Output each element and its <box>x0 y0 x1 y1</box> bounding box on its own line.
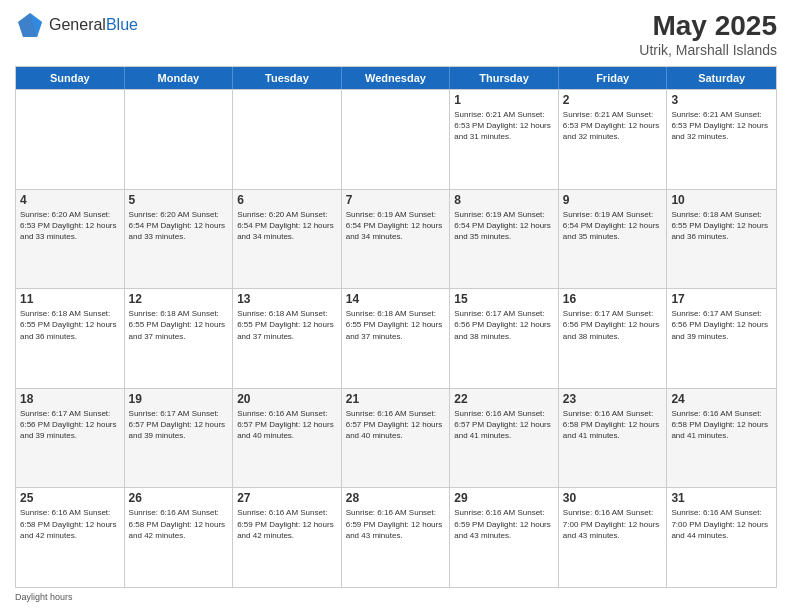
day-number: 11 <box>20 292 120 306</box>
day-info: Sunrise: 6:16 AM Sunset: 6:59 PM Dayligh… <box>346 507 446 541</box>
header: GeneralBlue May 2025 Utrik, Marshall Isl… <box>15 10 777 58</box>
day-info: Sunrise: 6:16 AM Sunset: 6:59 PM Dayligh… <box>454 507 554 541</box>
day-info: Sunrise: 6:18 AM Sunset: 6:55 PM Dayligh… <box>237 308 337 342</box>
cal-cell-5-6: 30Sunrise: 6:16 AM Sunset: 7:00 PM Dayli… <box>559 488 668 587</box>
cal-week-row-5: 25Sunrise: 6:16 AM Sunset: 6:58 PM Dayli… <box>16 487 776 587</box>
day-number: 20 <box>237 392 337 406</box>
day-number: 24 <box>671 392 772 406</box>
cal-header-cell-saturday: Saturday <box>667 67 776 89</box>
cal-cell-3-2: 12Sunrise: 6:18 AM Sunset: 6:55 PM Dayli… <box>125 289 234 388</box>
day-number: 13 <box>237 292 337 306</box>
day-info: Sunrise: 6:20 AM Sunset: 6:54 PM Dayligh… <box>129 209 229 243</box>
day-info: Sunrise: 6:19 AM Sunset: 6:54 PM Dayligh… <box>563 209 663 243</box>
day-number: 2 <box>563 93 663 107</box>
cal-cell-3-1: 11Sunrise: 6:18 AM Sunset: 6:55 PM Dayli… <box>16 289 125 388</box>
day-info: Sunrise: 6:16 AM Sunset: 7:00 PM Dayligh… <box>563 507 663 541</box>
day-info: Sunrise: 6:18 AM Sunset: 6:55 PM Dayligh… <box>671 209 772 243</box>
daylight-hours-label: Daylight hours <box>15 592 73 602</box>
day-info: Sunrise: 6:16 AM Sunset: 6:57 PM Dayligh… <box>346 408 446 442</box>
day-number: 12 <box>129 292 229 306</box>
day-number: 30 <box>563 491 663 505</box>
day-info: Sunrise: 6:18 AM Sunset: 6:55 PM Dayligh… <box>129 308 229 342</box>
cal-cell-3-6: 16Sunrise: 6:17 AM Sunset: 6:56 PM Dayli… <box>559 289 668 388</box>
day-info: Sunrise: 6:16 AM Sunset: 6:59 PM Dayligh… <box>237 507 337 541</box>
cal-week-row-3: 11Sunrise: 6:18 AM Sunset: 6:55 PM Dayli… <box>16 288 776 388</box>
day-info: Sunrise: 6:17 AM Sunset: 6:56 PM Dayligh… <box>563 308 663 342</box>
day-number: 3 <box>671 93 772 107</box>
cal-cell-2-5: 8Sunrise: 6:19 AM Sunset: 6:54 PM Daylig… <box>450 190 559 289</box>
cal-cell-1-1 <box>16 90 125 189</box>
cal-cell-2-3: 6Sunrise: 6:20 AM Sunset: 6:54 PM Daylig… <box>233 190 342 289</box>
day-info: Sunrise: 6:17 AM Sunset: 6:57 PM Dayligh… <box>129 408 229 442</box>
day-number: 31 <box>671 491 772 505</box>
day-number: 27 <box>237 491 337 505</box>
day-number: 7 <box>346 193 446 207</box>
day-info: Sunrise: 6:21 AM Sunset: 6:53 PM Dayligh… <box>671 109 772 143</box>
day-info: Sunrise: 6:17 AM Sunset: 6:56 PM Dayligh… <box>671 308 772 342</box>
day-number: 5 <box>129 193 229 207</box>
cal-cell-2-4: 7Sunrise: 6:19 AM Sunset: 6:54 PM Daylig… <box>342 190 451 289</box>
day-number: 25 <box>20 491 120 505</box>
cal-cell-5-7: 31Sunrise: 6:16 AM Sunset: 7:00 PM Dayli… <box>667 488 776 587</box>
cal-cell-5-1: 25Sunrise: 6:16 AM Sunset: 6:58 PM Dayli… <box>16 488 125 587</box>
cal-cell-1-6: 2Sunrise: 6:21 AM Sunset: 6:53 PM Daylig… <box>559 90 668 189</box>
day-info: Sunrise: 6:17 AM Sunset: 6:56 PM Dayligh… <box>454 308 554 342</box>
cal-cell-1-5: 1Sunrise: 6:21 AM Sunset: 6:53 PM Daylig… <box>450 90 559 189</box>
day-number: 15 <box>454 292 554 306</box>
calendar: SundayMondayTuesdayWednesdayThursdayFrid… <box>15 66 777 588</box>
cal-cell-4-1: 18Sunrise: 6:17 AM Sunset: 6:56 PM Dayli… <box>16 389 125 488</box>
cal-cell-5-2: 26Sunrise: 6:16 AM Sunset: 6:58 PM Dayli… <box>125 488 234 587</box>
day-info: Sunrise: 6:17 AM Sunset: 6:56 PM Dayligh… <box>20 408 120 442</box>
day-info: Sunrise: 6:19 AM Sunset: 6:54 PM Dayligh… <box>454 209 554 243</box>
day-number: 8 <box>454 193 554 207</box>
cal-header-cell-friday: Friday <box>559 67 668 89</box>
cal-cell-4-2: 19Sunrise: 6:17 AM Sunset: 6:57 PM Dayli… <box>125 389 234 488</box>
cal-header-cell-tuesday: Tuesday <box>233 67 342 89</box>
day-info: Sunrise: 6:16 AM Sunset: 6:58 PM Dayligh… <box>671 408 772 442</box>
day-number: 28 <box>346 491 446 505</box>
cal-cell-1-3 <box>233 90 342 189</box>
cal-cell-5-5: 29Sunrise: 6:16 AM Sunset: 6:59 PM Dayli… <box>450 488 559 587</box>
logo-icon <box>15 10 45 40</box>
cal-cell-2-2: 5Sunrise: 6:20 AM Sunset: 6:54 PM Daylig… <box>125 190 234 289</box>
cal-cell-3-7: 17Sunrise: 6:17 AM Sunset: 6:56 PM Dayli… <box>667 289 776 388</box>
day-info: Sunrise: 6:19 AM Sunset: 6:54 PM Dayligh… <box>346 209 446 243</box>
day-info: Sunrise: 6:21 AM Sunset: 6:53 PM Dayligh… <box>454 109 554 143</box>
cal-cell-2-7: 10Sunrise: 6:18 AM Sunset: 6:55 PM Dayli… <box>667 190 776 289</box>
cal-cell-2-1: 4Sunrise: 6:20 AM Sunset: 6:53 PM Daylig… <box>16 190 125 289</box>
cal-week-row-1: 1Sunrise: 6:21 AM Sunset: 6:53 PM Daylig… <box>16 89 776 189</box>
day-number: 18 <box>20 392 120 406</box>
day-number: 17 <box>671 292 772 306</box>
day-number: 21 <box>346 392 446 406</box>
day-number: 4 <box>20 193 120 207</box>
day-number: 14 <box>346 292 446 306</box>
cal-cell-2-6: 9Sunrise: 6:19 AM Sunset: 6:54 PM Daylig… <box>559 190 668 289</box>
cal-week-row-2: 4Sunrise: 6:20 AM Sunset: 6:53 PM Daylig… <box>16 189 776 289</box>
cal-cell-4-7: 24Sunrise: 6:16 AM Sunset: 6:58 PM Dayli… <box>667 389 776 488</box>
title-block: May 2025 Utrik, Marshall Islands <box>639 10 777 58</box>
day-info: Sunrise: 6:16 AM Sunset: 6:57 PM Dayligh… <box>454 408 554 442</box>
cal-cell-4-6: 23Sunrise: 6:16 AM Sunset: 6:58 PM Dayli… <box>559 389 668 488</box>
day-info: Sunrise: 6:16 AM Sunset: 6:58 PM Dayligh… <box>129 507 229 541</box>
cal-cell-1-2 <box>125 90 234 189</box>
cal-cell-4-5: 22Sunrise: 6:16 AM Sunset: 6:57 PM Dayli… <box>450 389 559 488</box>
cal-cell-3-3: 13Sunrise: 6:18 AM Sunset: 6:55 PM Dayli… <box>233 289 342 388</box>
main-title: May 2025 <box>639 10 777 42</box>
day-info: Sunrise: 6:18 AM Sunset: 6:55 PM Dayligh… <box>346 308 446 342</box>
cal-cell-4-3: 20Sunrise: 6:16 AM Sunset: 6:57 PM Dayli… <box>233 389 342 488</box>
day-number: 22 <box>454 392 554 406</box>
day-number: 1 <box>454 93 554 107</box>
cal-header-cell-sunday: Sunday <box>16 67 125 89</box>
logo-blue: Blue <box>106 16 138 33</box>
day-info: Sunrise: 6:20 AM Sunset: 6:54 PM Dayligh… <box>237 209 337 243</box>
day-number: 6 <box>237 193 337 207</box>
cal-cell-4-4: 21Sunrise: 6:16 AM Sunset: 6:57 PM Dayli… <box>342 389 451 488</box>
day-number: 16 <box>563 292 663 306</box>
logo-text: GeneralBlue <box>49 16 138 34</box>
day-number: 23 <box>563 392 663 406</box>
calendar-header: SundayMondayTuesdayWednesdayThursdayFrid… <box>16 67 776 89</box>
cal-cell-5-3: 27Sunrise: 6:16 AM Sunset: 6:59 PM Dayli… <box>233 488 342 587</box>
cal-header-cell-thursday: Thursday <box>450 67 559 89</box>
cal-cell-1-7: 3Sunrise: 6:21 AM Sunset: 6:53 PM Daylig… <box>667 90 776 189</box>
day-info: Sunrise: 6:20 AM Sunset: 6:53 PM Dayligh… <box>20 209 120 243</box>
